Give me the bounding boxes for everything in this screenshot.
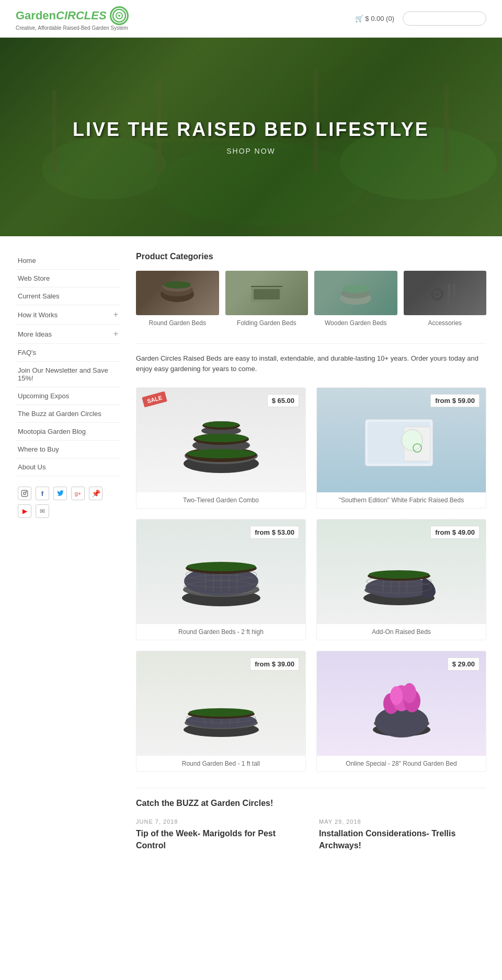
sidebar-item-8[interactable]: The Buzz at Garden Circles [16,405,120,422]
product-card-3[interactable]: from $ 49.00 Add-On Raised Beds [316,519,486,640]
blog-title-0: Tip of the Week- Marigolds for Pest Cont… [136,828,303,851]
blog-item-1[interactable]: MAY 29, 2018 Installation Considerations… [319,818,486,851]
product-name-2: Round Garden Beds - 2 ft high [136,624,305,640]
category-label-0: Round Garden Beds [149,319,206,327]
facebook-icon[interactable]: f [36,487,49,500]
product-card-0[interactable]: SALE $ 65.00 Two-Tiered Garden Combo [136,387,306,509]
hero-subtitle[interactable]: SHOP NOW [73,147,429,155]
hero-title: LIVE THE RAISED BED LIFESTLYE [73,119,429,141]
svg-point-36 [195,434,248,442]
sidebar-item-2[interactable]: Current Sales [16,287,120,305]
svg-rect-26 [448,284,450,305]
product-name-3: Add-On Raised Beds [317,624,486,640]
svg-rect-7 [52,90,56,174]
svg-point-17 [164,281,191,289]
product-grid: SALE $ 65.00 Two-Tiered Garden Combo fro… [136,387,486,772]
svg-point-67 [369,570,429,579]
sidebar-item-5[interactable]: FAQ's [16,344,120,361]
svg-point-25 [436,293,439,296]
sidebar-item-4[interactable]: More Ideas+ [16,325,120,343]
logo-text: GardenCIRCLES [16,9,107,22]
category-item-0[interactable]: Round Garden Beds [136,271,219,328]
category-label-2: Wooden Garden Beds [325,319,387,327]
category-item-3[interactable]: Accessories [404,271,487,328]
category-item-1[interactable]: Folding Garden Beds [225,271,309,328]
price-badge-2: from $ 53.00 [250,526,299,539]
blog-title-1: Installation Considerations- Trellis Arc… [319,828,486,851]
category-item-2[interactable]: Wooden Garden Beds [314,271,397,328]
cart-info[interactable]: 🛒 $ 0.00 (0) [355,15,394,22]
email-icon[interactable]: ✉ [36,504,49,518]
description-text: Garden Circles Raised Beds are easy to i… [136,343,486,375]
svg-point-78 [189,708,254,717]
category-label-3: Accessories [428,319,462,327]
product-img-3: from $ 49.00 [317,520,486,624]
twitter-icon[interactable] [53,487,67,500]
main-layout: HomeWeb StoreCurrent SalesHow it Works+M… [0,236,502,867]
category-img-2 [314,271,397,315]
product-card-5[interactable]: $ 29.00 Online Special - 28" Round Garde… [316,651,486,772]
logo-main: Garden [16,9,56,22]
svg-point-56 [187,562,256,571]
hero-banner: LIVE THE RAISED BED LIFESTLYE SHOP NOW [0,38,502,236]
blog-grid: JUNE 7, 2018 Tip of the Week- Marigolds … [136,818,486,851]
sidebar-item-7[interactable]: Upcoming Expos [16,387,120,405]
sidebar-item-1[interactable]: Web Store [16,270,120,287]
product-card-1[interactable]: from $ 59.00 "Southern Edition" White Fa… [316,387,486,509]
svg-point-2 [118,15,120,17]
sidebar-item-6[interactable]: Join Our Newsletter and Save 15%! [16,362,120,387]
googleplus-icon[interactable]: g+ [71,487,85,500]
product-img-0: SALE $ 65.00 [136,388,305,492]
blog-section-title: Catch the BUZZ at Garden Circles! [136,799,486,808]
price-badge-3: from $ 49.00 [430,526,480,539]
price-badge-5: $ 29.00 [448,658,480,671]
sidebar-item-10[interactable]: Where to Buy [16,441,120,458]
svg-point-41 [402,430,423,451]
sidebar: HomeWeb StoreCurrent SalesHow it Works+M… [16,252,120,851]
product-name-1: "Southern Edition" White Fabric Raised B… [317,492,486,508]
category-img-0 [136,271,219,315]
svg-point-35 [203,421,239,428]
sidebar-nav: HomeWeb StoreCurrent SalesHow it Works+M… [16,252,120,476]
category-img-3 [404,271,487,315]
product-name-4: Round Garden Bed - 1 ft tall [136,756,305,771]
site-header: GardenCIRCLES Creative, Affordable Raise… [0,0,502,38]
logo-area[interactable]: GardenCIRCLES Creative, Affordable Raise… [16,6,129,31]
sale-badge: SALE [142,391,167,408]
product-name-0: Two-Tiered Garden Combo [136,492,305,508]
svg-point-37 [187,449,256,458]
blog-date-0: JUNE 7, 2018 [136,818,303,825]
category-label-1: Folding Garden Beds [237,319,296,327]
svg-rect-11 [21,490,28,497]
svg-point-85 [390,686,403,705]
price-badge-1: from $ 59.00 [430,394,480,407]
svg-rect-10 [444,85,449,174]
svg-rect-27 [453,284,455,305]
svg-point-23 [343,285,369,293]
svg-point-13 [26,491,27,492]
pinterest-icon[interactable]: 📌 [89,487,102,500]
logo-accent: CIRCLES [56,9,107,22]
logo-tagline: Creative, Affordable Raised-Bed Garden S… [16,25,129,31]
blog-item-0[interactable]: JUNE 7, 2018 Tip of the Week- Marigolds … [136,818,303,851]
search-input[interactable] [403,11,486,26]
svg-point-12 [24,492,26,495]
product-card-2[interactable]: from $ 53.00 Round Garden Beds - 2 ft hi… [136,519,306,640]
product-img-2: from $ 53.00 [136,520,305,624]
sidebar-item-3[interactable]: How it Works+ [16,305,120,324]
sidebar-item-11[interactable]: About Us [16,458,120,476]
svg-rect-19 [254,289,280,299]
price-badge-4: from $ 39.00 [250,658,299,671]
blog-date-1: MAY 29, 2018 [319,818,486,825]
product-img-4: from $ 39.00 [136,651,305,756]
category-grid: Round Garden Beds Folding Garden Beds Wo… [136,271,486,328]
product-card-4[interactable]: from $ 39.00 Round Garden Bed - 1 ft tal… [136,651,306,772]
sidebar-item-0[interactable]: Home [16,252,120,269]
header-right: 🛒 $ 0.00 (0) [355,11,486,26]
instagram-icon[interactable] [18,487,31,500]
youtube-icon[interactable]: ▶ [18,504,31,518]
hero-content: LIVE THE RAISED BED LIFESTLYE SHOP NOW [73,119,429,155]
sidebar-item-9[interactable]: Mootopia Garden Blog [16,423,120,440]
product-name-5: Online Special - 28" Round Garden Bed [317,756,486,771]
logo-icon [110,6,129,25]
